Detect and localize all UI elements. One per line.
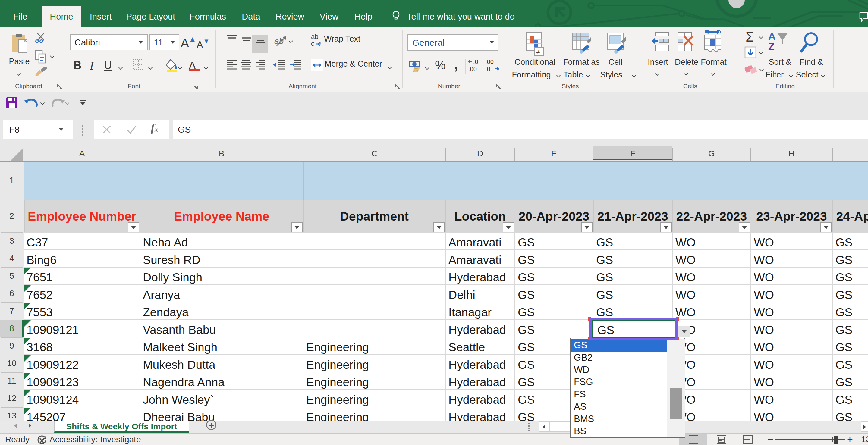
svg-text:ab: ab [274,36,284,46]
svg-text:≠: ≠ [536,48,540,56]
svg-text:A: A [768,31,776,42]
svg-text:ab: ab [311,34,318,40]
svg-text:.0: .0 [473,60,478,65]
svg-text:c: c [311,40,314,47]
svg-text:Z: Z [768,41,775,52]
svg-text:.00: .00 [485,60,494,65]
svg-text:.00: .00 [468,66,477,72]
svg-text:.0: .0 [485,66,490,72]
